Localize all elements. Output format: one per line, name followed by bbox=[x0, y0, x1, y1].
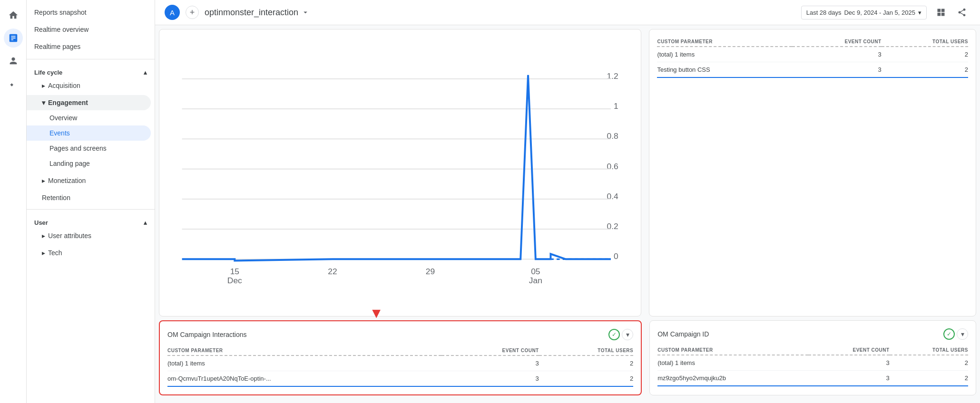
date-range-value: Dec 9, 2024 - Jan 5, 2025 bbox=[844, 9, 915, 16]
col-custom-param-id: CUSTOM PARAMETER bbox=[657, 345, 808, 355]
compare-icon-button[interactable] bbox=[932, 4, 950, 21]
table-row: om-QcmvuTr1upetA20NqToE-optin-... 3 2 bbox=[167, 371, 633, 387]
lifecycle-label: Life cycle bbox=[34, 69, 62, 76]
svg-text:0.2: 0.2 bbox=[607, 221, 618, 231]
om-campaign-check-icon: ✓ bbox=[608, 329, 620, 340]
sidebar-item-engagement[interactable]: ▾ Engagement bbox=[27, 95, 151, 110]
header-icons bbox=[932, 4, 970, 21]
col-event-count-top: EVENT COUNT bbox=[792, 37, 882, 47]
svg-text:1: 1 bbox=[614, 101, 618, 111]
svg-text:15: 15 bbox=[230, 267, 239, 276]
sidebar-item-user-attributes[interactable]: ▸ User attributes bbox=[27, 228, 151, 243]
monetization-expand-icon: ▸ bbox=[42, 177, 45, 184]
table-row: (total) 1 items 3 2 bbox=[657, 47, 968, 62]
acquisition-group: ▸ Acquisition bbox=[27, 78, 155, 93]
top-row: 1.2 1 0.8 0.6 0.4 0.2 0 15 bbox=[155, 25, 980, 320]
svg-text:Dec: Dec bbox=[227, 276, 242, 285]
user-label: User bbox=[34, 219, 48, 226]
total-users-cell: 2 bbox=[882, 47, 968, 62]
sidebar-item-realtime-pages[interactable]: Realtime pages bbox=[27, 38, 151, 55]
date-dropdown-icon: ▾ bbox=[918, 9, 921, 16]
engagement-group: ▾ Engagement Overview Events Pages and s… bbox=[27, 95, 155, 171]
col-total-users-top: TOTAL USERS bbox=[882, 37, 968, 47]
col-custom-param-om: CUSTOM PARAMETER bbox=[167, 346, 441, 355]
om-campaign-id-actions: ✓ ▾ bbox=[943, 328, 968, 340]
param-cell: Testing button CSS bbox=[657, 62, 792, 78]
total-users-cell: 2 bbox=[882, 62, 968, 78]
om-campaign-id-dropdown-btn[interactable]: ▾ bbox=[957, 328, 968, 340]
lifecycle-section-header[interactable]: Life cycle ▴ bbox=[27, 63, 155, 78]
user-attributes-label: User attributes bbox=[48, 232, 91, 240]
sidebar-item-monetization[interactable]: ▸ Monetization bbox=[27, 173, 151, 188]
top-table: CUSTOM PARAMETER EVENT COUNT TOTAL USERS… bbox=[657, 37, 968, 78]
avatar[interactable]: A bbox=[165, 5, 180, 20]
bottom-row: ▼ OM Campaign Interactions ✓ ▾ CUSTOM PA… bbox=[155, 320, 980, 403]
tech-label: Tech bbox=[48, 249, 62, 257]
om-campaign-id-check-icon: ✓ bbox=[943, 328, 955, 340]
total-users-cell: 2 bbox=[890, 355, 968, 371]
advertising-nav-icon[interactable] bbox=[4, 74, 23, 93]
event-count-cell: 3 bbox=[441, 355, 539, 371]
svg-text:0.8: 0.8 bbox=[607, 131, 618, 141]
sidebar-divider-2 bbox=[27, 209, 155, 210]
event-count-cell: 3 bbox=[441, 371, 539, 387]
om-campaign-id-label: OM Campaign ID bbox=[657, 330, 709, 338]
sidebar-item-engagement-events[interactable]: Events bbox=[27, 125, 151, 141]
tech-expand-icon: ▸ bbox=[42, 249, 45, 257]
sidebar-item-tech[interactable]: ▸ Tech bbox=[27, 245, 151, 260]
om-campaign-dropdown-btn[interactable]: ▾ bbox=[622, 329, 633, 340]
lifecycle-collapse-icon: ▴ bbox=[144, 69, 147, 76]
col-total-users-id: TOTAL USERS bbox=[890, 345, 968, 355]
sidebar-item-reports-snapshot[interactable]: Reports snapshot bbox=[27, 4, 151, 21]
col-event-count-id: EVENT COUNT bbox=[808, 345, 889, 355]
acquisition-label: Acquisition bbox=[48, 82, 80, 89]
sidebar-item-acquisition[interactable]: ▸ Acquisition bbox=[27, 78, 151, 93]
param-cell: (total) 1 items bbox=[657, 47, 792, 62]
om-campaign-id-panel: OM Campaign ID ✓ ▾ CUSTOM PARAMETER EVEN… bbox=[649, 320, 976, 395]
table-row: mz9zgo5hyo2vmqujku2b 3 2 bbox=[657, 371, 968, 386]
om-campaign-id-panel-title: OM Campaign ID ✓ ▾ bbox=[657, 328, 968, 340]
svg-text:0.4: 0.4 bbox=[607, 192, 618, 201]
header-right: Last 28 days Dec 9, 2024 - Jan 5, 2025 ▾ bbox=[801, 4, 970, 21]
sidebar: Reports snapshot Realtime overview Realt… bbox=[27, 0, 155, 403]
sidebar-item-realtime-overview[interactable]: Realtime overview bbox=[27, 21, 151, 38]
event-count-cell: 3 bbox=[808, 355, 889, 371]
share-icon-button[interactable] bbox=[953, 4, 970, 21]
audience-nav-icon[interactable] bbox=[4, 51, 23, 70]
user-attributes-group: ▸ User attributes bbox=[27, 228, 155, 243]
date-range-picker[interactable]: Last 28 days Dec 9, 2024 - Jan 5, 2025 ▾ bbox=[801, 6, 927, 19]
date-label: Last 28 days bbox=[806, 9, 842, 16]
line-chart: 1.2 1 0.8 0.6 0.4 0.2 0 15 bbox=[167, 37, 633, 308]
sidebar-item-engagement-landing[interactable]: Landing page bbox=[27, 156, 151, 171]
sidebar-item-engagement-pages[interactable]: Pages and screens bbox=[27, 141, 151, 156]
add-property-button[interactable]: + bbox=[186, 6, 199, 19]
engagement-label: Engagement bbox=[48, 99, 88, 106]
property-name[interactable]: optinmonster_interaction bbox=[205, 8, 310, 18]
table-row: (total) 1 items 3 2 bbox=[167, 355, 633, 371]
total-users-cell: 2 bbox=[890, 371, 968, 386]
icon-bar bbox=[0, 0, 27, 403]
om-campaign-label: OM Campaign Interactions bbox=[167, 331, 247, 338]
user-section-header[interactable]: User ▴ bbox=[27, 213, 155, 228]
col-total-users-om: TOTAL USERS bbox=[539, 346, 633, 355]
svg-text:0: 0 bbox=[614, 251, 618, 261]
analytics-nav-icon[interactable] bbox=[4, 29, 23, 48]
sidebar-divider-1 bbox=[27, 59, 155, 59]
om-campaign-actions: ✓ ▾ bbox=[608, 329, 633, 340]
main-content: A + optinmonster_interaction Last 28 day… bbox=[155, 0, 980, 403]
user-attributes-expand-icon: ▸ bbox=[42, 232, 45, 240]
om-campaign-table: CUSTOM PARAMETER EVENT COUNT TOTAL USERS… bbox=[167, 346, 633, 387]
total-users-cell: 2 bbox=[539, 371, 633, 387]
col-custom-param-top: CUSTOM PARAMETER bbox=[657, 37, 792, 47]
svg-text:29: 29 bbox=[426, 267, 435, 276]
sidebar-item-retention[interactable]: Retention bbox=[27, 190, 151, 205]
svg-text:05: 05 bbox=[531, 267, 540, 276]
home-nav-icon[interactable] bbox=[4, 6, 23, 25]
engagement-expand-icon: ▾ bbox=[42, 99, 45, 106]
acquisition-expand-icon: ▸ bbox=[42, 82, 45, 89]
monetization-group: ▸ Monetization bbox=[27, 173, 155, 188]
header: A + optinmonster_interaction Last 28 day… bbox=[155, 0, 980, 25]
sidebar-item-engagement-overview[interactable]: Overview bbox=[27, 110, 151, 125]
event-count-cell: 3 bbox=[808, 371, 889, 386]
col-event-count-om: EVENT COUNT bbox=[441, 346, 539, 355]
